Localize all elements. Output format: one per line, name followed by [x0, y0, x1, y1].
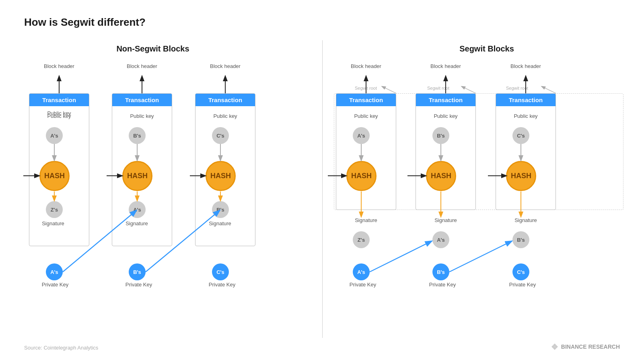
tx-header-a: Transaction [29, 94, 89, 106]
sig-circle-e: A's [432, 231, 449, 248]
block-header-label-e: Block header [426, 63, 466, 69]
sig-circle-f: B's [512, 231, 529, 248]
svg-line-21 [382, 86, 396, 93]
priv-circle-b: B's [129, 263, 146, 280]
segwit-root-label-1: Segwit root [355, 86, 377, 90]
tx-header-e: Transaction [416, 94, 475, 106]
priv-label-c: Private Key [200, 282, 244, 288]
binance-icon [551, 343, 559, 351]
sig-label-e: Signature [426, 217, 466, 223]
pk-circle-a: A's [46, 127, 63, 144]
pk-text-e: Public key [426, 113, 466, 119]
tx-block-e: Transaction [416, 93, 476, 210]
pk-circle-b: B's [129, 127, 146, 144]
right-section-title: Segwit Blocks [342, 44, 632, 53]
block-header-label-a: Block header [39, 63, 79, 69]
tx-block-f: Transaction [496, 93, 556, 210]
sig-label-a: Signature [33, 220, 73, 226]
hash-circle-e: HASH [426, 161, 456, 191]
sig-circle-d: Z's [353, 231, 370, 248]
hash-circle-d: HASH [346, 161, 377, 191]
priv-label-f: Private Key [500, 282, 545, 288]
hash-circle-f: HASH [506, 161, 536, 191]
priv-label-d: Private Key [341, 282, 385, 288]
priv-circle-e: B's [432, 263, 449, 280]
hash-circle-b: HASH [122, 161, 152, 191]
block-header-label-f: Block header [506, 63, 546, 69]
sig-circle-b: A's [129, 201, 146, 218]
pk-text-c: Public key [205, 113, 245, 119]
priv-circle-f: C's [512, 263, 529, 280]
sig-circle-a: Z's [46, 201, 63, 218]
pk-circle-e: B's [432, 127, 449, 144]
tx-block-d: Transaction [336, 93, 396, 210]
tx-header-b: Transaction [112, 94, 172, 106]
sig-label-d: Signature [346, 217, 386, 223]
tx-header-c: Transaction [195, 94, 255, 106]
priv-label-e: Private Key [420, 282, 465, 288]
svg-line-22 [462, 86, 476, 93]
sig-circle-c: B's [212, 201, 229, 218]
priv-circle-d: A's [353, 263, 370, 280]
pk-text-b: Public key [122, 113, 162, 119]
sig-label-c: Signature [200, 220, 240, 226]
block-header-label-b: Block header [122, 63, 162, 69]
pk-circle-c: C's [212, 127, 229, 144]
hash-circle-c: HASH [206, 161, 236, 191]
brand-label: BINANCE RESEARCH [551, 343, 620, 351]
sig-label-f: Signature [506, 217, 546, 223]
pk-text-d: Public key [346, 113, 386, 119]
block-header-label-c: Block header [205, 63, 245, 69]
priv-label-a: Private Key [33, 282, 77, 288]
svg-line-34 [449, 241, 511, 272]
segwit-root-label-3: Segwit root [506, 86, 528, 90]
segwit-root-label-2: Segwit root [427, 86, 449, 90]
pk-circle-f: C's [512, 127, 529, 144]
tx-header-d: Transaction [336, 94, 396, 106]
priv-label-b: Private Key [117, 282, 161, 288]
pk-circle-d: A's [353, 127, 370, 144]
priv-circle-a: A's [46, 263, 63, 280]
tx-header-f: Transaction [496, 94, 556, 106]
pk-text-f: Public key [506, 113, 546, 119]
svg-line-23 [542, 86, 556, 93]
left-section-title: Non-Segwit Blocks [24, 44, 282, 53]
center-divider [322, 40, 323, 338]
svg-line-33 [370, 241, 431, 272]
hash-circle-a: HASH [39, 161, 70, 191]
priv-circle-c: C's [212, 263, 229, 280]
page-title: How is Segwit different? [24, 16, 146, 29]
block-header-label-d: Block header [346, 63, 386, 69]
source-label: Source: Cointelegraph Analytics [24, 345, 98, 351]
sig-label-b: Signature [117, 220, 157, 226]
pk-text-a: Public key [39, 113, 79, 119]
